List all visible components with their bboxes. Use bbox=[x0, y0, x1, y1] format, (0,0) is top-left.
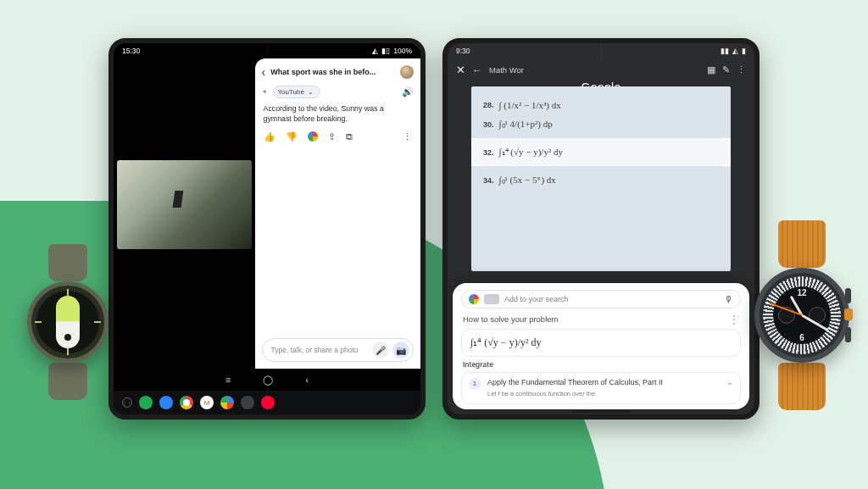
back-button[interactable]: ‹ bbox=[262, 65, 266, 79]
nav-recent-icon[interactable]: ≡ bbox=[225, 375, 231, 385]
smartwatch-left bbox=[27, 244, 108, 400]
chevron-down-icon: ⌄ bbox=[308, 88, 314, 96]
chat-input[interactable]: Type, talk, or share a photo 🎤 📷 bbox=[262, 338, 414, 362]
step-title: Apply the Fundamental Theorem of Calculu… bbox=[487, 378, 663, 386]
more-icon[interactable]: ⋮ bbox=[403, 131, 412, 142]
assistant-pane: ‹ What sport was she in befo... ✦ YouTub… bbox=[255, 58, 420, 369]
signal-icon: ▮▮ bbox=[721, 47, 729, 55]
step-subtext: Let f be a continuous function over the bbox=[487, 390, 663, 398]
chat-input-placeholder: Type, talk, or share a photo bbox=[271, 346, 369, 354]
section-label: Integrate bbox=[463, 360, 739, 369]
parsed-integral: ∫₁⁴ (√y − y)/y² dy bbox=[461, 329, 741, 357]
google-icon bbox=[469, 294, 479, 304]
watch-case: 12 6 bbox=[754, 268, 849, 363]
toolbar-icon-1[interactable]: ▦ bbox=[707, 64, 715, 75]
wifi-icon: ◭ bbox=[732, 47, 738, 55]
camera-button[interactable]: 📷 bbox=[392, 342, 409, 358]
app-drawer-icon[interactable]: ⋮⋮ bbox=[122, 397, 132, 408]
share-icon[interactable]: ⇪ bbox=[328, 131, 336, 142]
nav-back-icon[interactable]: ‹ bbox=[305, 375, 309, 385]
chevron-down-icon: ⌄ bbox=[726, 378, 733, 386]
video-pane[interactable] bbox=[114, 58, 255, 369]
watch-strap-bottom bbox=[48, 363, 87, 400]
solution-step-1[interactable]: 1 Apply the Fundamental Theorem of Calcu… bbox=[461, 372, 741, 404]
app-messages[interactable] bbox=[159, 396, 173, 409]
watch-case bbox=[27, 281, 108, 363]
lens-top-bar: ✕ ← Math Wor Google ▦ ✎ ⋮ bbox=[448, 58, 754, 81]
search-bar[interactable]: Add to your search 🎙 bbox=[461, 290, 741, 308]
google-icon[interactable] bbox=[308, 131, 318, 142]
app-chrome[interactable] bbox=[180, 396, 193, 409]
watch-button-bottom[interactable] bbox=[845, 327, 851, 342]
search-crop-thumb bbox=[484, 294, 499, 304]
results-heading: How to solve your problem bbox=[463, 314, 558, 324]
source-chip-youtube[interactable]: YouTube ⌄ bbox=[273, 86, 320, 98]
thumbs-down-icon[interactable]: 👎 bbox=[286, 131, 298, 142]
more-icon[interactable]: ⋮ bbox=[729, 314, 739, 325]
foldable-device-right: 9:30 ▮▮ ◭ ▮ ✕ ← Math Wor Google ▦ ✎ ⋮ 28… bbox=[442, 38, 760, 420]
search-placeholder: Add to your search bbox=[504, 295, 719, 303]
watch-strap-top bbox=[48, 244, 87, 281]
problem-34: 34. ∫₀¹ (5x − 5ˣ) dx bbox=[483, 175, 719, 186]
mic-button[interactable]: 🎤 bbox=[372, 342, 389, 358]
dial-number-12: 12 bbox=[797, 288, 806, 297]
avatar[interactable] bbox=[400, 65, 414, 79]
status-time: 9:30 bbox=[456, 47, 470, 55]
app-phone[interactable] bbox=[139, 396, 153, 409]
signal-icon: ▮▯ bbox=[381, 47, 390, 55]
gesture-handle[interactable] bbox=[571, 410, 631, 414]
smartwatch-right: 12 6 bbox=[754, 220, 849, 410]
doc-back-icon[interactable]: ← bbox=[472, 64, 482, 76]
watch-face-pill bbox=[56, 296, 80, 348]
speaker-icon[interactable]: 🔊 bbox=[402, 86, 414, 97]
battery-label: 100% bbox=[393, 47, 412, 55]
mic-icon[interactable]: 🎙 bbox=[724, 294, 733, 304]
problem-30: 30. ∫₀¹ 4/(1+p²) dp bbox=[483, 119, 719, 130]
watch-crown[interactable] bbox=[844, 308, 853, 320]
watch-button-top[interactable] bbox=[845, 288, 851, 303]
problem-28: 28. ∫ (1/x² − 1/x³) dx bbox=[483, 100, 719, 110]
worksheet-page[interactable]: 28. ∫ (1/x² − 1/x³) dx 30. ∫₀¹ 4/(1+p²) … bbox=[471, 86, 731, 271]
toolbar-icon-2[interactable]: ✎ bbox=[722, 64, 730, 75]
watch-strap-bottom bbox=[778, 363, 826, 410]
results-sheet: Add to your search 🎙 How to solve your p… bbox=[453, 283, 749, 409]
dial-number-6: 6 bbox=[799, 333, 804, 342]
status-time: 15:30 bbox=[122, 47, 140, 55]
thumbs-up-icon[interactable]: 👍 bbox=[264, 131, 275, 142]
doc-title: Math Wor bbox=[489, 65, 524, 75]
step-number: 1 bbox=[469, 378, 481, 390]
video-thumbnail[interactable] bbox=[117, 160, 252, 249]
problem-32-selected[interactable]: 32. ∫₁⁴ (√y − y)/y² dy bbox=[471, 138, 731, 166]
copy-icon[interactable]: ⧉ bbox=[346, 131, 353, 142]
chip-label: YouTube bbox=[278, 88, 304, 96]
battery-icon: ▮ bbox=[742, 47, 746, 55]
app-photos[interactable] bbox=[220, 396, 234, 409]
app-youtube[interactable] bbox=[261, 396, 275, 409]
sparkle-icon: ✦ bbox=[262, 88, 268, 96]
assistant-answer: According to the video, Sunny was a gymn… bbox=[255, 102, 420, 131]
nav-home-icon[interactable]: ◯ bbox=[263, 375, 273, 386]
chat-title: What sport was she in befo... bbox=[270, 68, 395, 76]
app-gmail[interactable]: M bbox=[200, 396, 214, 409]
close-icon[interactable]: ✕ bbox=[456, 64, 465, 76]
foldable-device-left: 15:30 ◭ ▮▯ 100% ‹ What sport was she in … bbox=[108, 38, 426, 420]
wifi-icon: ◭ bbox=[372, 47, 378, 55]
watch-strap-top bbox=[778, 220, 826, 268]
answer-actions: 👍 👎 ⇪ ⧉ ⋮ bbox=[255, 131, 420, 142]
more-icon[interactable]: ⋮ bbox=[737, 64, 746, 75]
app-camera[interactable] bbox=[241, 396, 254, 409]
